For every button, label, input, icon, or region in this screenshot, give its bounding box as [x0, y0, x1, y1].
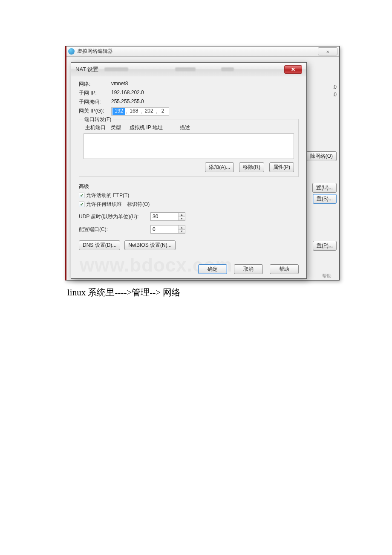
nat-titlebar[interactable]: NAT 设置 ✕	[71, 63, 306, 76]
gateway-oct4[interactable]: 2	[158, 108, 168, 115]
add-button[interactable]: 添加(A)...	[205, 162, 234, 172]
allow-ftp-checkbox[interactable]: ✔	[79, 193, 84, 198]
port-forward-header: 主机端口 类型 虚拟机 IP 地址 描述	[84, 123, 294, 133]
help-partial-text: 帮助	[322, 273, 331, 278]
bg-ip-suffix: .0	[332, 83, 337, 91]
app-icon	[68, 48, 75, 55]
port-forward-list[interactable]	[84, 133, 294, 159]
advanced-legend: 高级	[79, 183, 299, 190]
help-button[interactable]: 帮助	[270, 264, 299, 274]
remove-network-button[interactable]: 除网络(O)	[306, 151, 337, 161]
network-value: vmnet8	[111, 81, 299, 88]
netbios-settings-button[interactable]: NetBIOS 设置(N)...	[124, 240, 175, 250]
ok-button[interactable]: 确定	[198, 264, 227, 274]
udp-timeout-spinner[interactable]: ▲▼	[150, 212, 185, 221]
col-host-port: 主机端口	[85, 124, 111, 131]
udp-timeout-label: UDP 超时(以秒为单位)(U):	[79, 213, 147, 220]
config-port-label: 配置端口(C):	[79, 226, 147, 233]
spin-up-icon[interactable]: ▲	[179, 213, 185, 217]
allow-oui-label: 允许任何组织唯一标识符(O)	[86, 201, 150, 208]
allow-ftp-label: 允许活动的 FTP(T)	[86, 192, 129, 199]
nat-title: NAT 设置	[75, 66, 98, 73]
settings-button-s[interactable]: 置(S)...	[313, 194, 337, 204]
remove-button[interactable]: 移除(R)	[239, 162, 264, 172]
properties-button[interactable]: 属性(P)	[269, 162, 294, 172]
subnet-ip-value: 192.168.202.0	[111, 90, 299, 97]
gateway-oct3[interactable]: 202	[143, 108, 156, 115]
col-desc: 描述	[180, 124, 292, 131]
config-port-input[interactable]	[151, 225, 178, 233]
cancel-button[interactable]: 取消	[234, 264, 263, 274]
gateway-ip-input[interactable]: 192 . 168 . 202 . 2	[111, 107, 169, 116]
nat-close-button[interactable]: ✕	[284, 65, 302, 74]
gateway-oct1[interactable]: 192	[112, 108, 125, 115]
col-type: 类型	[111, 124, 130, 131]
dns-settings-button[interactable]: DNS 设置(D)...	[79, 240, 120, 250]
caption-text: linux 系统里---->管理--> 网络	[67, 286, 341, 298]
parent-close-button[interactable]: ⨉	[318, 47, 337, 55]
subnet-ip-label: 子网 IP:	[79, 90, 111, 97]
settings-button-p[interactable]: 置(P)...	[313, 241, 337, 251]
parent-titlebar: 虚拟网络编辑器 ⨉	[66, 46, 339, 57]
spin-up-icon[interactable]: ▲	[179, 225, 185, 230]
port-forwarding-group: 端口转发(F) 主机端口 类型 虚拟机 IP 地址 描述 添加(A)... 移除…	[79, 119, 299, 177]
col-vm-ip: 虚拟机 IP 地址	[130, 124, 180, 131]
subnet-mask-label: 子网掩码:	[79, 98, 111, 106]
udp-timeout-input[interactable]	[151, 213, 178, 220]
port-forwarding-legend: 端口转发(F)	[83, 116, 113, 123]
spin-down-icon[interactable]: ▼	[179, 230, 185, 234]
config-port-spinner[interactable]: ▲▼	[150, 225, 185, 234]
close-icon: ⨉	[326, 49, 329, 54]
settings-button-u[interactable]: 置(U)...	[312, 183, 337, 193]
gateway-oct2[interactable]: 168	[127, 108, 140, 115]
parent-title: 虚拟网络编辑器	[77, 48, 113, 55]
bg-ip-suffix: .0	[332, 91, 337, 98]
nat-settings-dialog: NAT 设置 ✕ 网络: vmnet8 子网 IP: 192.168.202.0…	[71, 62, 307, 279]
gateway-ip-label: 网关 IP(G):	[79, 107, 111, 116]
close-icon: ✕	[291, 66, 295, 72]
spin-down-icon[interactable]: ▼	[179, 217, 185, 221]
subnet-mask-value: 255.255.255.0	[111, 98, 299, 106]
allow-oui-checkbox[interactable]: ✔	[79, 202, 84, 207]
network-label: 网络:	[79, 81, 111, 88]
